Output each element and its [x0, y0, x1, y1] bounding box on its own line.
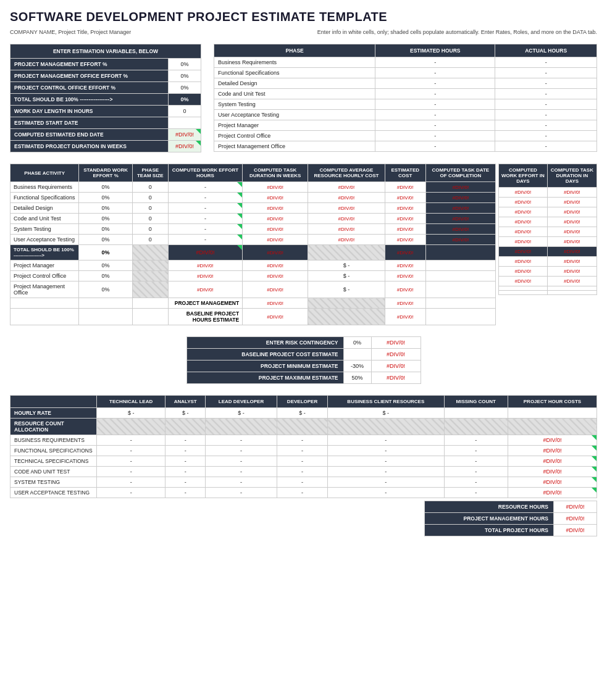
right-mgmt-row: #DIV/0!#DIV/0! — [499, 267, 597, 277]
est-var-label: TOTAL SHOULD BE 100% -----------------> — [10, 94, 169, 106]
resource-value-cell[interactable]: - — [277, 477, 327, 488]
phase-est-hours[interactable]: - — [375, 68, 495, 78]
computed-value: #DIV/0! — [243, 224, 308, 235]
phase-row: Project Manager-- — [214, 120, 597, 131]
computed-value: #DIV/0! — [499, 267, 548, 277]
phase-name: Project Control Office — [214, 131, 375, 141]
resource-value-cell[interactable]: - — [165, 467, 206, 477]
phase-est-hours[interactable]: - — [375, 141, 495, 152]
risk-pct[interactable]: 0% — [343, 337, 371, 349]
phase-est-hours[interactable]: - — [375, 89, 495, 99]
resource-cell[interactable] — [328, 419, 444, 435]
risk-pct[interactable]: -30% — [343, 360, 371, 372]
resource-cell[interactable]: $ - — [97, 408, 165, 419]
resource-value-cell[interactable]: - — [165, 435, 206, 446]
mgmt-row: Project Management Office0%#DIV/0!#DIV/0… — [10, 281, 496, 298]
resource-value-cell[interactable]: - — [206, 488, 277, 498]
est-var-value[interactable]: #DIV/0! — [168, 129, 201, 141]
est-var-value[interactable] — [168, 117, 201, 129]
resource-value-cell[interactable]: - — [277, 488, 327, 498]
phase-act-hours[interactable]: - — [495, 131, 597, 141]
phase-act-hours[interactable]: - — [495, 110, 597, 120]
resource-value-cell[interactable]: - — [328, 467, 444, 477]
phase-est-hours[interactable]: - — [375, 110, 495, 120]
phase-est-hours[interactable]: - — [375, 99, 495, 110]
computed-value: #DIV/0! — [243, 203, 308, 214]
resource-value-cell[interactable]: - — [97, 467, 165, 477]
est-var-value[interactable]: 0 — [168, 106, 201, 117]
phase-act-hours[interactable]: - — [495, 99, 597, 110]
cell: BASELINE PROJECT HOURS ESTIMATE — [168, 309, 243, 325]
resource-value-cell[interactable]: - — [97, 435, 165, 446]
resource-cell[interactable]: $ - — [206, 408, 277, 419]
est-var-value[interactable]: #DIV/0! — [168, 141, 201, 152]
resource-missing-cell: - — [444, 456, 508, 467]
phase-act-hours[interactable]: - — [495, 57, 597, 68]
resource-value-cell[interactable]: - — [206, 456, 277, 467]
cell: 0% — [79, 224, 133, 235]
resource-value-cell[interactable]: - — [206, 435, 277, 446]
resource-value-cell[interactable]: - — [277, 435, 327, 446]
resource-cell[interactable] — [277, 419, 327, 435]
resource-value-cell[interactable]: - — [165, 488, 206, 498]
resource-value-cell[interactable]: - — [206, 467, 277, 477]
cell: 0% — [79, 260, 133, 271]
phase-name: Project Management Office — [214, 141, 375, 152]
phase-name: Code and Unit Test — [214, 89, 375, 99]
resource-value-cell[interactable]: - — [97, 477, 165, 488]
est-var-label: COMPUTED ESTIMATED END DATE — [10, 129, 169, 141]
resource-value-cell[interactable]: - — [206, 477, 277, 488]
est-var-value[interactable]: 0% — [168, 82, 201, 94]
hatched-mgmt — [132, 271, 168, 281]
est-var-value[interactable]: 0% — [168, 94, 201, 106]
risk-value: #DIV/0! — [371, 337, 421, 349]
resource-value-cell[interactable]: - — [277, 446, 327, 456]
cell — [10, 298, 79, 309]
resource-value-cell[interactable]: - — [165, 446, 206, 456]
cell — [547, 291, 597, 295]
resource-value-cell[interactable]: - — [165, 456, 206, 467]
cell: 0% — [79, 203, 133, 214]
phase-est-hours[interactable]: - — [375, 57, 495, 68]
resource-cell[interactable] — [165, 419, 206, 435]
phase-act-hours[interactable]: - — [495, 78, 597, 89]
resource-cell[interactable] — [206, 419, 277, 435]
computed-value: #DIV/0! — [499, 247, 548, 257]
resource-value-cell[interactable]: - — [328, 435, 444, 446]
resource-cell[interactable]: $ - — [165, 408, 206, 419]
phase-act-hours[interactable]: - — [495, 120, 597, 131]
resource-value-cell[interactable]: - — [206, 446, 277, 456]
cell: 0 — [132, 193, 168, 203]
resource-value-cell[interactable]: - — [328, 477, 444, 488]
activity-row: System Testing0%0-#DIV/0!#DIV/0!#DIV/0!#… — [10, 224, 496, 235]
resource-value-cell[interactable]: - — [277, 456, 327, 467]
resource-value-cell[interactable]: - — [97, 456, 165, 467]
resource-value-cell[interactable]: - — [328, 446, 444, 456]
res-empty-header — [10, 396, 97, 408]
est-var-value[interactable]: 0% — [168, 70, 201, 82]
resource-value-cell[interactable]: - — [328, 488, 444, 498]
risk-pct[interactable] — [343, 349, 371, 360]
resource-missing-cell: - — [444, 435, 508, 446]
phase-act-hours[interactable]: - — [495, 141, 597, 152]
resource-data-row: CODE AND UNIT TEST------#DIV/0! — [10, 467, 597, 477]
activity-col-header: PHASE TEAM SIZE — [132, 164, 168, 182]
phase-est-hours[interactable]: - — [375, 120, 495, 131]
resource-value-cell[interactable]: - — [328, 456, 444, 467]
phase-act-hours[interactable]: - — [495, 68, 597, 78]
hatched-mgmt — [132, 281, 168, 298]
resource-cell[interactable] — [97, 419, 165, 435]
resource-value-cell[interactable]: - — [277, 467, 327, 477]
resource-cell[interactable]: $ - — [277, 408, 327, 419]
resource-value-cell[interactable]: - — [165, 477, 206, 488]
phase-est-hours[interactable]: - — [375, 78, 495, 89]
est-var-value[interactable]: 0% — [168, 59, 201, 70]
cell: TOTAL SHOULD BE 100% -----------------> — [10, 245, 79, 260]
risk-pct[interactable]: 50% — [343, 372, 371, 384]
resource-value-cell[interactable]: - — [97, 446, 165, 456]
phase-act-hours[interactable]: - — [495, 89, 597, 99]
computed-value: #DIV/0! — [243, 193, 308, 203]
phase-est-hours[interactable]: - — [375, 131, 495, 141]
resource-cell[interactable]: $ - — [328, 408, 444, 419]
resource-value-cell[interactable]: - — [97, 488, 165, 498]
